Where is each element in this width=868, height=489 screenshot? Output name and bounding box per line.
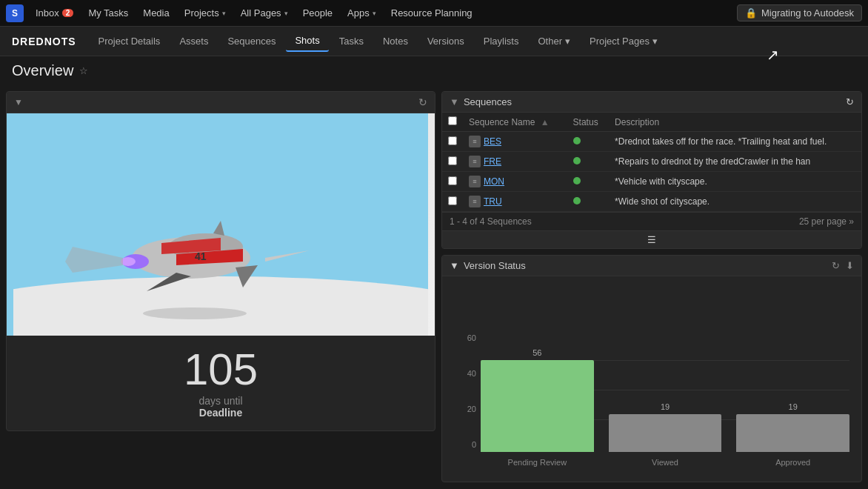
collapse-button[interactable]: ▼ bbox=[14, 97, 23, 107]
sequence-link[interactable]: MON bbox=[484, 176, 504, 187]
version-header: ▼ Version Status ↻ ⬇ bbox=[442, 256, 861, 276]
seq-status-cell bbox=[567, 192, 609, 212]
nav-apps[interactable]: Apps ▾ bbox=[341, 4, 382, 21]
nav-my-tasks[interactable]: My Tasks bbox=[82, 4, 134, 21]
media-widget: ▼ ↻ bbox=[6, 91, 435, 431]
svg-point-8 bbox=[143, 307, 247, 319]
right-panel: ▼ Sequences ↻ Sequence Name ▲ St bbox=[441, 91, 862, 482]
days-count: 105 bbox=[19, 347, 423, 392]
bar-pending-review: 56 Pending Review bbox=[481, 348, 594, 467]
nav-people[interactable]: People bbox=[297, 4, 338, 21]
page-title-bar: Overview ☆ bbox=[0, 56, 868, 85]
seq-name-cell: ≡ BES bbox=[463, 132, 567, 152]
refresh-icon[interactable]: ↻ bbox=[418, 96, 427, 108]
refresh-icon[interactable]: ↻ bbox=[832, 260, 840, 271]
media-widget-header: ▼ ↻ bbox=[7, 92, 435, 113]
page-title: Overview bbox=[12, 62, 73, 79]
y-axis: 60 40 20 0 bbox=[454, 333, 481, 449]
left-panel: ▼ ↻ bbox=[6, 91, 435, 482]
tab-other[interactable]: Other ▾ bbox=[529, 31, 579, 51]
sequences-header: ▼ Sequences ↻ bbox=[442, 92, 861, 113]
bar-value: 19 bbox=[789, 402, 798, 411]
tab-assets[interactable]: Assets bbox=[170, 31, 217, 51]
y-label-40: 40 bbox=[467, 369, 476, 378]
days-label: days until Deadline bbox=[19, 395, 423, 419]
sequences-refresh-icon[interactable]: ↻ bbox=[846, 96, 854, 107]
version-status-widget: ▼ Version Status ↻ ⬇ 60 40 20 0 bbox=[441, 255, 862, 482]
seq-name-cell: ≡ FRE bbox=[463, 152, 567, 172]
nav-resource-planning[interactable]: Resource Planning bbox=[385, 4, 478, 21]
nav-media[interactable]: Media bbox=[137, 4, 175, 21]
tab-shots[interactable]: Shots bbox=[286, 30, 328, 52]
col-description: Description bbox=[609, 113, 861, 132]
project-name: DREDNOTS bbox=[6, 33, 82, 50]
svg-text:41: 41 bbox=[195, 250, 207, 262]
y-label-0: 0 bbox=[472, 440, 476, 449]
sequence-link[interactable]: FRE bbox=[484, 156, 501, 167]
tab-versions[interactable]: Versions bbox=[418, 31, 473, 51]
sequences-footer: 1 - 4 of 4 Sequences 25 per page » bbox=[442, 212, 861, 230]
cursor: ↗ bbox=[767, 46, 779, 64]
seq-description-cell: *Wide shot of cityscape. bbox=[609, 192, 861, 212]
bar-label: Viewed bbox=[652, 458, 678, 467]
nav-inbox[interactable]: Inbox 2 bbox=[30, 4, 79, 21]
row-checkbox[interactable] bbox=[448, 176, 457, 185]
tab-project-pages[interactable]: Project Pages ▾ bbox=[581, 31, 667, 51]
bar-value: 56 bbox=[533, 348, 541, 357]
tab-notes[interactable]: Notes bbox=[374, 31, 417, 51]
table-row: ≡ TRU *Wide shot of cityscape. bbox=[442, 192, 861, 212]
seq-status-cell bbox=[567, 152, 609, 172]
media-thumbnail: 41 bbox=[7, 113, 435, 336]
bar-label: Approved bbox=[775, 458, 810, 467]
bars-area: 56 Pending Review 19 Viewed 19 bbox=[481, 348, 849, 467]
seq-name-cell: ≡ TRU bbox=[463, 192, 567, 212]
row-checkbox[interactable] bbox=[448, 136, 457, 145]
nav-all-pages[interactable]: All Pages ▾ bbox=[235, 4, 294, 21]
sequence-link[interactable]: BES bbox=[484, 136, 501, 147]
project-nav: DREDNOTS Project Details Assets Sequence… bbox=[0, 27, 868, 56]
bar-approved: 19 Approved bbox=[736, 348, 849, 467]
download-icon[interactable]: ⬇ bbox=[846, 260, 854, 271]
row-checkbox-cell bbox=[442, 132, 463, 152]
sequence-link[interactable]: TRU bbox=[484, 196, 502, 207]
table-row: ≡ BES *Drednot takes off for the race. *… bbox=[442, 132, 861, 152]
sequences-title: ▼ Sequences bbox=[450, 96, 512, 107]
bar bbox=[481, 360, 594, 452]
nav-projects[interactable]: Projects ▾ bbox=[178, 4, 232, 21]
star-icon[interactable]: ☆ bbox=[79, 65, 88, 76]
sequence-icon: ≡ bbox=[469, 136, 481, 147]
bar bbox=[609, 414, 722, 452]
seq-description-cell: *Vehicle with cityscape. bbox=[609, 172, 861, 192]
tab-project-details[interactable]: Project Details bbox=[90, 31, 170, 51]
seq-description-cell: *Drednot takes off for the race. *Traili… bbox=[609, 132, 861, 152]
tab-playlists[interactable]: Playlists bbox=[475, 31, 528, 51]
select-all-checkbox[interactable] bbox=[448, 116, 457, 125]
version-actions: ↻ ⬇ bbox=[832, 260, 854, 271]
select-all-header bbox=[442, 113, 463, 132]
migrating-button[interactable]: 🔒 Migrating to Autodesk bbox=[737, 4, 862, 21]
sequences-widget: ▼ Sequences ↻ Sequence Name ▲ St bbox=[441, 91, 862, 249]
menu-icon[interactable]: ☰ bbox=[647, 234, 656, 245]
sequence-icon: ≡ bbox=[469, 156, 481, 167]
stats-area: 105 days until Deadline bbox=[7, 336, 435, 430]
bar-value: 19 bbox=[661, 402, 670, 411]
tab-tasks[interactable]: Tasks bbox=[330, 31, 373, 51]
seq-name-cell: ≡ MON bbox=[463, 172, 567, 192]
inbox-badge: 2 bbox=[62, 9, 74, 17]
main-content: ▼ ↻ bbox=[0, 85, 868, 488]
chevron-down-icon: ▾ bbox=[565, 36, 570, 47]
version-title: ▼ Version Status bbox=[450, 260, 526, 271]
lock-icon: 🔒 bbox=[745, 7, 757, 19]
seq-status-cell bbox=[567, 132, 609, 152]
row-checkbox[interactable] bbox=[448, 196, 457, 205]
tab-sequences[interactable]: Sequences bbox=[218, 31, 284, 51]
sort-arrow-icon: ▲ bbox=[541, 117, 550, 127]
col-sequence-name[interactable]: Sequence Name ▲ bbox=[463, 113, 567, 132]
row-checkbox[interactable] bbox=[448, 156, 457, 165]
chevron-down-icon: ▾ bbox=[373, 10, 376, 17]
bar bbox=[736, 414, 849, 452]
seq-pagination[interactable]: 25 per page » bbox=[799, 216, 854, 227]
chevron-down-icon: ▾ bbox=[222, 10, 226, 17]
chevron-icon: ▼ bbox=[450, 260, 459, 271]
y-label-20: 20 bbox=[467, 405, 476, 413]
